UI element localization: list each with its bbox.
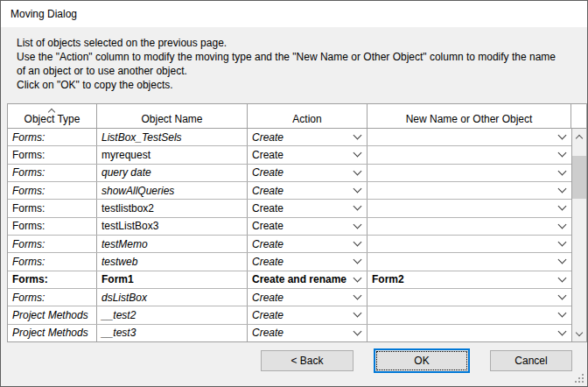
chevron-down-icon	[354, 327, 362, 335]
table-row: Forms: testweb Create	[8, 253, 571, 271]
chevron-down-icon	[558, 220, 567, 229]
cell-object-name: __test2	[97, 306, 248, 323]
action-dropdown[interactable]: Create	[248, 165, 368, 181]
cell-object-type: Forms:	[8, 146, 97, 163]
cell-object-type: Forms:	[8, 182, 97, 199]
new-name-dropdown[interactable]	[368, 325, 571, 341]
cell-object-name: ListBox_TestSels	[97, 129, 248, 145]
action-dropdown[interactable]: Create	[248, 200, 368, 216]
cell-object-name: myrequest	[97, 146, 248, 163]
cell-object-type: Project Methods	[8, 325, 97, 341]
scroll-up-button[interactable]	[572, 129, 586, 144]
cell-object-name: testMemo	[97, 236, 248, 252]
cell-object-name: testweb	[97, 253, 248, 270]
scroll-down-button[interactable]	[572, 327, 586, 341]
new-name-dropdown[interactable]	[368, 289, 571, 306]
action-dropdown[interactable]: Create	[248, 182, 368, 199]
table-row: Forms: showAllQueries Create	[8, 182, 571, 200]
new-name-dropdown[interactable]	[368, 236, 571, 252]
instructions-line: Use the "Action" column to modify the mo…	[17, 50, 556, 64]
column-header-object-name[interactable]: Object Name	[97, 104, 248, 128]
cell-object-type: Forms:	[8, 289, 97, 306]
chevron-down-icon	[558, 185, 567, 194]
cell-object-type: Forms:	[8, 218, 97, 235]
new-name-dropdown[interactable]	[368, 218, 571, 235]
column-header-new-name[interactable]: New Name or Other Object	[368, 104, 571, 128]
new-name-dropdown[interactable]	[368, 165, 571, 181]
table-row: Forms: Form1 Create and rename Form2	[8, 271, 571, 289]
cell-action-label: Create	[252, 327, 284, 339]
table-row: Forms: query date Create	[8, 165, 571, 182]
instructions-line: Click on "OK" to copy the objects.	[17, 78, 556, 92]
cell-object-name: dsListBox	[97, 289, 248, 306]
instructions-line: List of objects selected on the previous…	[17, 36, 556, 50]
cell-action-label: Create	[252, 309, 284, 321]
vertical-scrollbar[interactable]	[571, 129, 586, 341]
back-button[interactable]: < Back	[261, 350, 354, 371]
table-row: Forms: myrequest Create	[8, 146, 571, 164]
new-name-dropdown[interactable]	[368, 253, 571, 270]
ok-button[interactable]: OK	[374, 348, 470, 373]
cell-new-name-label: Form2	[372, 273, 404, 285]
cell-action-label: Create	[252, 202, 284, 215]
cell-object-type: Forms:	[8, 271, 97, 288]
cell-action-label: Create	[252, 292, 284, 304]
chevron-down-icon	[558, 202, 567, 211]
column-header-action[interactable]: Action	[248, 104, 368, 128]
scrollbar-thumb[interactable]	[572, 156, 586, 199]
chevron-down-icon	[558, 131, 567, 140]
chevron-down-icon	[354, 220, 362, 229]
cell-object-name: Form1	[97, 271, 248, 288]
action-dropdown[interactable]: Create	[248, 218, 368, 235]
column-header-object-type[interactable]: Object Type	[8, 104, 97, 128]
action-dropdown[interactable]: Create	[248, 146, 368, 163]
instructions-line: of an object or to use another object.	[17, 64, 556, 78]
new-name-dropdown[interactable]	[368, 306, 571, 323]
moving-dialog-window: Moving Dialog List of objects selected o…	[0, 0, 588, 387]
table-header: Object Type Object Name Action New Name …	[8, 104, 586, 129]
chevron-down-icon	[354, 166, 362, 175]
resize-grip[interactable]	[573, 372, 584, 383]
title-bar: Moving Dialog	[1, 1, 587, 27]
cell-action-label: Create	[252, 149, 284, 161]
cell-action-label: Create	[252, 185, 284, 197]
cell-object-type: Forms:	[8, 236, 97, 252]
objects-table: Object Type Object Name Action New Name …	[7, 103, 587, 342]
new-name-dropdown[interactable]	[368, 182, 571, 199]
new-name-dropdown[interactable]	[368, 129, 571, 145]
chevron-down-icon	[354, 309, 362, 318]
action-dropdown[interactable]: Create	[248, 253, 368, 270]
chevron-up-icon	[576, 134, 583, 141]
new-name-dropdown[interactable]	[368, 200, 571, 216]
chevron-down-icon	[558, 273, 567, 282]
cancel-button[interactable]: Cancel	[490, 350, 572, 371]
cell-action-label: Create	[252, 166, 284, 179]
chevron-down-icon	[354, 273, 362, 282]
chevron-down-icon	[558, 256, 567, 264]
instructions: List of objects selected on the previous…	[17, 36, 556, 92]
cell-action-label: Create and rename	[252, 273, 346, 285]
new-name-dropdown[interactable]	[368, 146, 571, 163]
action-dropdown[interactable]: Create	[248, 289, 368, 306]
cell-object-name: __test3	[97, 325, 248, 341]
dialog-title: Moving Dialog	[10, 8, 77, 20]
chevron-down-icon	[354, 149, 362, 158]
action-dropdown[interactable]: Create	[248, 306, 368, 323]
action-dropdown[interactable]: Create	[248, 236, 368, 252]
chevron-down-icon	[558, 292, 567, 300]
table-body: Forms: ListBox_TestSels Create Forms: my…	[8, 129, 586, 341]
action-dropdown[interactable]: Create	[248, 325, 368, 341]
cell-action-label: Create	[252, 256, 284, 268]
action-dropdown[interactable]: Create and rename	[248, 271, 368, 288]
chevron-down-icon	[558, 327, 567, 335]
cell-object-type: Forms:	[8, 200, 97, 216]
table-row: Forms: testListBox3 Create	[8, 218, 571, 236]
action-dropdown[interactable]: Create	[248, 129, 368, 145]
table-row: Forms: testlistbox2 Create	[8, 200, 571, 217]
cell-action-label: Create	[252, 220, 284, 232]
cell-object-type: Forms:	[8, 165, 97, 181]
new-name-dropdown[interactable]: Form2	[368, 271, 571, 288]
cell-object-name: testlistbox2	[97, 200, 248, 216]
table-row: Project Methods __test3 Create	[8, 325, 571, 341]
chevron-down-icon	[354, 238, 362, 247]
